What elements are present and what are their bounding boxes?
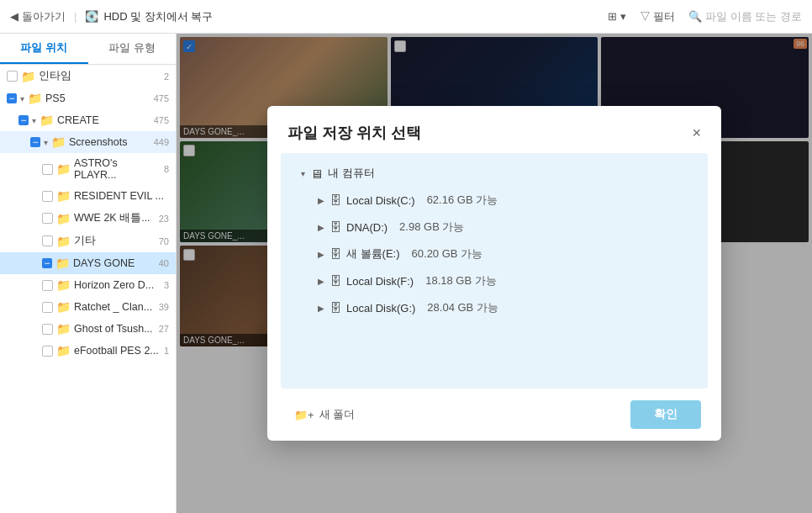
sidebar-item-intaim[interactable]: 📁 인타임 2 — [0, 65, 176, 87]
disk-label-C: Local Disk(C:) — [346, 194, 415, 207]
filter-icon: ▽ — [640, 10, 651, 23]
new-folder-button[interactable]: 📁+ 새 폴더 — [287, 404, 361, 426]
tab-file-type[interactable]: 파일 유형 — [88, 34, 177, 64]
checkbox-ghost[interactable] — [42, 324, 53, 335]
disk-label-G: Local Disk(G:) — [346, 302, 415, 315]
tree-item-dnaD[interactable]: ▶ 🗄 DNA(D:) 2.98 GB 가능 — [311, 214, 694, 241]
sidebar-item-ratchet[interactable]: 📁 Ratchet _ Clan... 39 — [0, 296, 176, 318]
sidebar-item-efootball[interactable]: 📁 eFootball PES 2... 1 — [0, 340, 176, 362]
folder-icon-ghost: 📁 — [56, 322, 71, 336]
minus-icon-ps5: − — [7, 93, 17, 103]
folder-icon-astro: 📁 — [56, 162, 71, 176]
tree-item-localF[interactable]: ▶ 🗄 Local Disk(F:) 18.18 GB 가능 — [311, 267, 694, 294]
disk-icon-F: 🗄 — [330, 274, 341, 288]
item-label-horizon: Horizon Zero D... — [74, 279, 154, 291]
item-label-daysgone: DAYS GONE — [73, 257, 134, 269]
new-folder-icon: 📁+ — [294, 409, 314, 421]
item-count-screenshots: 449 — [154, 137, 169, 147]
tree-item-localG[interactable]: ▶ 🗄 Local Disk(G:) 28.04 GB 가능 — [311, 294, 694, 321]
item-count-ratchet: 39 — [159, 302, 169, 312]
item-label-efootball: eFootball PES 2... — [74, 345, 159, 357]
top-bar-right: ⊞ ▾ ▽ 필터 🔍 파일 이름 또는 경로 — [608, 9, 802, 24]
content-area: ✓ DAYS GONE_... DAY 96 DAYS GONE_... ✓ D… — [177, 34, 812, 513]
dialog-close-button[interactable]: × — [692, 125, 701, 140]
item-count-daysgone: 40 — [159, 258, 169, 268]
search-area[interactable]: 🔍 파일 이름 또는 경로 — [688, 9, 802, 24]
new-folder-label: 새 폴더 — [319, 407, 356, 422]
disk-label-E: 새 볼륨(E:) — [346, 246, 400, 262]
disk-size-F: 18.18 GB 가능 — [425, 273, 497, 288]
item-label-screenshots: Screenshots — [69, 136, 127, 148]
folder-icon-resident: 📁 — [56, 189, 71, 203]
filter-button[interactable]: ▽ 필터 — [640, 9, 676, 24]
item-count-etc: 70 — [159, 236, 169, 246]
page-title-area: 💽 HDD 및 장치에서 복구 — [85, 9, 213, 24]
item-count-ghost: 27 — [159, 324, 169, 334]
sidebar-tabs: 파일 위치 파일 유형 — [0, 34, 176, 65]
tree-arrow-mycomputer: ▾ — [301, 169, 305, 178]
sidebar-item-astro[interactable]: 📁 ASTRO's PLAYR... 8 — [0, 153, 176, 185]
sidebar-item-daysgone[interactable]: − 📁 DAYS GONE 40 — [0, 252, 176, 274]
checkbox-astro[interactable] — [42, 164, 53, 175]
disk-size-C: 62.16 GB 가능 — [427, 193, 498, 208]
item-count-wwe: 23 — [159, 214, 169, 224]
back-icon: ◀ — [10, 10, 18, 23]
tree-arrow-localC: ▶ — [318, 196, 324, 205]
item-count-create: 475 — [154, 115, 169, 125]
checkbox-horizon[interactable] — [42, 280, 53, 291]
folder-icon-ps5: 📁 — [28, 92, 42, 105]
grid-view-icon[interactable]: ⊞ ▾ — [608, 10, 626, 23]
dialog-title: 파일 저장 위치 선택 — [287, 123, 421, 143]
disk-icon-C: 🗄 — [330, 193, 341, 207]
item-label-ratchet: Ratchet _ Clan... — [74, 301, 152, 313]
item-label-ps5: PS5 — [45, 93, 66, 104]
tree-arrow-newVol: ▶ — [318, 250, 324, 259]
item-label: 인타임 — [39, 69, 71, 83]
page-title: HDD 및 장치에서 복구 — [103, 9, 213, 24]
checkbox-efootball[interactable] — [42, 346, 53, 357]
checkbox-resident[interactable] — [42, 191, 53, 202]
folder-icon: 📁 — [21, 70, 35, 83]
checkbox-ratchet[interactable] — [42, 302, 53, 313]
item-label-etc: 기타 — [74, 234, 96, 248]
divider: | — [74, 10, 76, 23]
sidebar-item-ps5[interactable]: − ▾ 📁 PS5 475 — [0, 87, 176, 109]
item-count-ps5: 475 — [154, 93, 169, 103]
sidebar-item-screenshots[interactable]: − ▾ 📁 Screenshots 449 — [0, 131, 176, 153]
sidebar-item-horizon[interactable]: 📁 Horizon Zero D... 3 — [0, 274, 176, 296]
search-icon: 🔍 — [688, 10, 702, 23]
item-count-astro: 8 — [164, 164, 169, 174]
mycomputer-label: 내 컴퓨터 — [328, 166, 375, 181]
minus-icon-create: − — [18, 115, 29, 125]
tree-item-localC[interactable]: ▶ 🗄 Local Disk(C:) 62.16 GB 가능 — [311, 187, 694, 214]
tree-item-newVol[interactable]: ▶ 🗄 새 볼륨(E:) 60.20 GB 가능 — [311, 241, 694, 267]
sidebar-item-resident[interactable]: 📁 RESIDENT EVIL ... — [0, 185, 176, 207]
folder-icon-daysgone: 📁 — [55, 256, 70, 270]
item-label-ghost: Ghost of Tsush... — [74, 323, 153, 335]
checkbox-etc[interactable] — [42, 235, 53, 246]
checkbox-wwe[interactable] — [42, 213, 53, 224]
item-label-wwe: WWE 2K 배틀... — [74, 211, 150, 225]
item-count-horizon: 3 — [164, 280, 169, 290]
folder-icon-horizon: 📁 — [56, 278, 71, 292]
dialog-body: ▾ 🖥 내 컴퓨터 ▶ 🗄 Local Disk(C:) 62.16 GB 가능 — [281, 153, 708, 389]
item-label-create: CREATE — [57, 114, 99, 126]
sidebar-item-ghost[interactable]: 📁 Ghost of Tsush... 27 — [0, 318, 176, 340]
back-button[interactable]: ◀ 돌아가기 — [10, 9, 66, 24]
tree-item-mycomputer[interactable]: ▾ 🖥 내 컴퓨터 — [294, 160, 694, 187]
disk-label-D: DNA(D:) — [346, 221, 388, 234]
sidebar-item-wwe[interactable]: 📁 WWE 2K 배틀... 23 — [0, 207, 176, 230]
disk-size-E: 60.20 GB 가능 — [412, 246, 483, 262]
item-label-astro: ASTRO's PLAYR... — [74, 157, 161, 181]
folder-icon-wwe: 📁 — [56, 212, 71, 225]
confirm-button[interactable]: 확인 — [630, 400, 701, 429]
item-count: 2 — [164, 71, 169, 82]
tree-arrow-localF: ▶ — [318, 277, 324, 286]
tab-file-location[interactable]: 파일 위치 — [0, 34, 88, 64]
checkbox-intaim[interactable] — [7, 71, 18, 82]
item-count-efootball: 1 — [164, 346, 169, 356]
sidebar-item-create[interactable]: − ▾ 📁 CREATE 475 — [0, 109, 176, 131]
sidebar-item-etc[interactable]: 📁 기타 70 — [0, 230, 176, 252]
back-label: 돌아가기 — [22, 9, 66, 24]
dialog-header: 파일 저장 위치 선택 × — [267, 106, 721, 153]
